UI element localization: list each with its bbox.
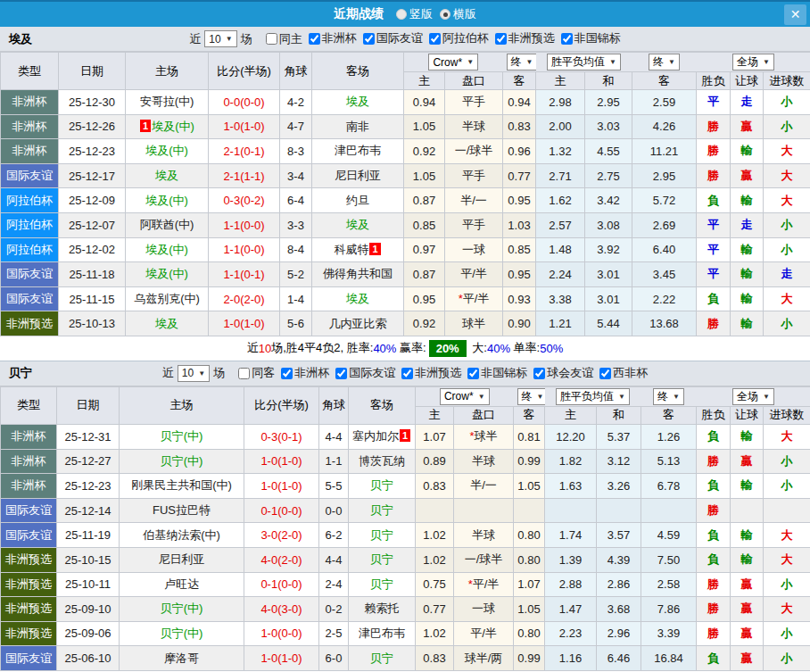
mean-final-select[interactable]: 终▼: [649, 54, 680, 71]
away-team-cell: 博茨瓦纳: [349, 449, 416, 474]
corner-cell: 3-4: [280, 163, 312, 188]
bookmaker-select[interactable]: Crow*▼: [440, 388, 490, 405]
score-cell: 1-0(1-0): [209, 311, 280, 336]
games-count-select[interactable]: 10▼: [204, 30, 236, 47]
scope-select[interactable]: 全场▼: [732, 388, 774, 405]
mean-away-cell: 16.84: [641, 646, 697, 671]
corner-cell: 6-2: [319, 523, 349, 548]
bookmaker-select[interactable]: Crow*▼: [428, 54, 478, 71]
league-checkbox[interactable]: [309, 33, 320, 45]
result-wdl-cell: 勝: [697, 449, 731, 474]
col-odds-home: 主: [404, 72, 445, 90]
league-filter-label[interactable]: 非洲杯: [309, 30, 357, 46]
league-filter-label[interactable]: 非洲杯: [281, 365, 329, 381]
match-row: 非洲杯25-12-261埃及(中)1-0(1-0)4-7南非1.05半球0.83…: [1, 114, 810, 139]
result-wdl-cell: 勝: [697, 139, 731, 164]
handicap-cell: 平手: [445, 212, 503, 237]
league-checkbox[interactable]: [533, 368, 545, 379]
home-team-cell: 贝宁(中): [120, 449, 244, 474]
same-venue-checkbox-label[interactable]: 同客: [238, 365, 275, 381]
league-filter-label[interactable]: 阿拉伯杯: [429, 30, 489, 46]
league-checkbox[interactable]: [599, 368, 611, 379]
page-title: 近期战绩: [334, 6, 384, 22]
league-filter-label[interactable]: 国际友谊: [363, 30, 423, 46]
result-wdl-cell: 平: [697, 237, 731, 262]
handicap-cell: *平/半: [445, 286, 503, 311]
col-result-goals: 进球数: [764, 406, 810, 424]
date-cell: 25-12-14: [57, 498, 120, 523]
date-cell: 25-11-15: [59, 286, 126, 311]
col-odds-home: 主: [416, 406, 454, 424]
result-goals-cell: 小: [764, 621, 810, 646]
league-checkbox[interactable]: [363, 33, 375, 45]
mean-away-cell: 3.45: [632, 262, 697, 287]
result-handicap-cell: 贏: [731, 163, 764, 188]
same-venue-checkbox[interactable]: [238, 368, 250, 379]
mean-home-cell: 1.21: [536, 311, 585, 336]
match-row: 国际友谊25-11-19伯基纳法索(中)3-0(2-0)6-2贝宁1.02半球0…: [1, 523, 810, 548]
radio-circle-icon[interactable]: [396, 9, 407, 20]
date-cell: 25-10-15: [57, 547, 120, 572]
odds-home-cell: 0.92: [404, 311, 445, 336]
result-handicap-cell: 贏: [731, 449, 764, 474]
away-team-cell: 津巴布韦: [349, 621, 416, 646]
league-filter-label[interactable]: 球会友谊: [533, 365, 593, 381]
date-cell: 25-11-19: [57, 523, 120, 548]
result-handicap-cell: 輸: [731, 262, 764, 287]
league-checkbox[interactable]: [281, 368, 293, 379]
same-venue-checkbox-label[interactable]: 同主: [266, 31, 302, 47]
mean-odds-select[interactable]: 胜平负均值▼: [556, 388, 630, 405]
league-checkbox[interactable]: [495, 33, 507, 45]
radio-horizontal-layout[interactable]: 横版: [440, 6, 476, 22]
result-wdl-cell: 負: [697, 424, 731, 449]
scope-select[interactable]: 全场▼: [732, 54, 774, 71]
radio-vertical-label: 竖版: [409, 6, 433, 22]
mean-final-select[interactable]: 终▼: [653, 388, 684, 405]
league-filter-label[interactable]: 非国锦标: [561, 30, 621, 46]
league-filter-label[interactable]: 西非杯: [599, 365, 648, 381]
benin-filter-bar: 贝宁 近 10▼ 场 同客 非洲杯国际友谊非洲预选非国锦标球会友谊西非杯: [0, 361, 810, 386]
chevron-down-icon: ▼: [609, 58, 616, 66]
type-cell: 非洲预选: [1, 547, 57, 572]
odds-final-select[interactable]: 终▼: [517, 388, 545, 405]
odds-final-select[interactable]: 终▼: [507, 54, 536, 71]
mean-away-cell: 5.13: [641, 449, 697, 474]
league-checkbox[interactable]: [561, 33, 573, 45]
same-venue-checkbox[interactable]: [266, 33, 277, 45]
result-handicap-cell: 贏: [731, 646, 764, 671]
league-checkbox[interactable]: [429, 33, 441, 45]
mean-draw-cell: 3.12: [597, 449, 641, 474]
odds-home-cell: 0.75: [416, 572, 454, 597]
league-filter-label[interactable]: 非洲预选: [495, 30, 555, 46]
result-goals-cell: 大: [764, 547, 810, 572]
league-checkbox[interactable]: [401, 368, 413, 379]
mean-odds-select[interactable]: 胜平负均值▼: [547, 54, 621, 71]
result-handicap-cell: 走: [731, 90, 764, 115]
league-filter-label[interactable]: 非洲预选: [401, 365, 461, 381]
radio-horizontal-label: 横版: [453, 6, 476, 22]
col-score: 比分(半场): [244, 386, 319, 424]
league-filter-label[interactable]: 非国锦标: [467, 365, 527, 381]
league-filter-label[interactable]: 国际友谊: [335, 365, 395, 381]
odds-away-cell: 0.96: [503, 139, 536, 164]
team-section-egypt: 埃及 近 10▼ 场 同主 非洲杯国际友谊阿拉伯杯非洲预选非国锦标 类型 日期 …: [0, 27, 810, 361]
odds-away-cell: 0.95: [503, 188, 536, 213]
league-checkbox[interactable]: [467, 368, 479, 379]
close-icon[interactable]: ✕: [784, 4, 806, 25]
handicap-cell: 半球: [454, 449, 514, 474]
score-cell: 2-1(0-1): [209, 139, 280, 164]
col-mean-away: 客: [632, 72, 697, 90]
egypt-results-table: 类型 日期 主场 比分(半场) 角球 客场 Crow*▼ 终▼ 胜平负均值▼ 终…: [0, 52, 810, 336]
radio-circle-selected-icon[interactable]: [440, 9, 450, 20]
odds-away-cell: 0.90: [503, 311, 536, 336]
score-cell: 0-3(0-1): [244, 424, 319, 449]
league-checkbox[interactable]: [335, 368, 347, 379]
score-cell: 1-1(0-0): [209, 212, 280, 237]
radio-vertical-layout[interactable]: 竖版: [396, 6, 433, 22]
result-handicap-cell: 輸: [731, 237, 764, 262]
col-away: 客场: [312, 53, 404, 90]
result-goals-cell: 大: [764, 188, 810, 213]
col-score: 比分(半场): [209, 53, 280, 90]
mean-home-cell: 1.32: [536, 139, 585, 164]
games-count-select[interactable]: 10▼: [178, 365, 210, 382]
